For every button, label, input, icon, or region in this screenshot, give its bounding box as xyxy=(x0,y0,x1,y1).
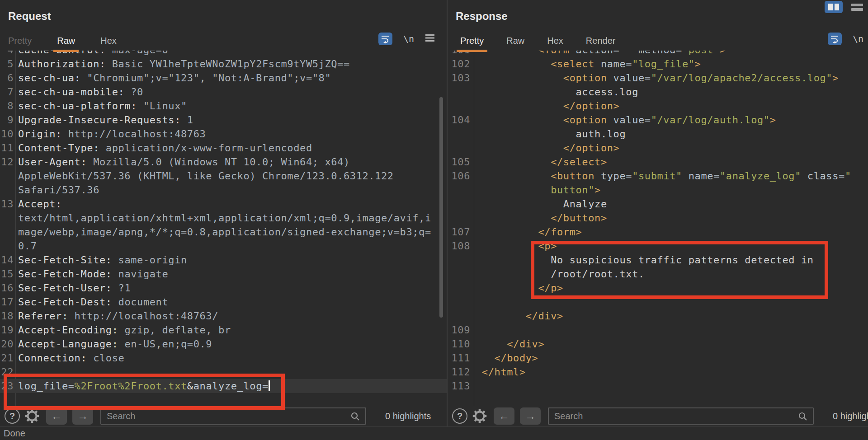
code-row[interactable]: button"> xyxy=(448,183,868,197)
code-row[interactable]: </option> xyxy=(448,141,868,155)
response-editor-icons: \n xyxy=(828,33,863,45)
code-row[interactable]: 10Origin: http://localhost:48763 xyxy=(0,127,447,141)
line-number: 12 xyxy=(0,155,14,169)
line-number: 106 xyxy=(448,169,470,183)
tab-pretty[interactable]: Pretty xyxy=(8,36,32,46)
highlights-count: 0 highlights xyxy=(385,411,431,421)
code-row[interactable]: mage/webp,image/apng,*/*;q=0.8,applicati… xyxy=(0,225,447,239)
code-row[interactable]: 12User-Agent: Mozilla/5.0 (Windows NT 10… xyxy=(0,155,447,169)
code-row[interactable]: 15Sec-Fetch-Mode: navigate xyxy=(0,267,447,281)
newline-icon[interactable]: \n xyxy=(853,33,863,44)
code-row[interactable]: 0.7 xyxy=(0,239,447,253)
code-row[interactable]: 16Sec-Fetch-User: ?1 xyxy=(0,281,447,295)
line-number xyxy=(448,99,470,113)
magnifier-icon xyxy=(350,411,361,424)
layout-toggles xyxy=(825,1,865,13)
search-field-wrap xyxy=(100,407,366,425)
line-number: 110 xyxy=(448,337,470,351)
gear-icon[interactable] xyxy=(24,407,41,425)
newline-icon[interactable]: \n xyxy=(403,33,414,44)
line-number xyxy=(448,281,470,295)
gear-icon[interactable] xyxy=(471,407,488,425)
tab-render[interactable]: Render xyxy=(586,36,616,46)
code-row[interactable]: 101 <form action="" method="post"> xyxy=(448,51,868,57)
code-row[interactable]: 20Accept-Language: en-US,en;q=0.9 xyxy=(0,337,447,351)
line-number: 112 xyxy=(448,365,470,379)
code-row[interactable] xyxy=(448,295,868,309)
search-next-button[interactable]: → xyxy=(520,407,541,425)
menu-icon[interactable] xyxy=(425,34,435,44)
code-row[interactable]: text/html,application/xhtml+xml,applicat… xyxy=(0,211,447,225)
code-row[interactable]: 22 xyxy=(0,365,447,379)
line-number: 14 xyxy=(0,253,14,267)
word-wrap-icon[interactable] xyxy=(828,33,842,45)
code-row[interactable]: 103 <option value="/var/log/apache2/acce… xyxy=(448,71,868,85)
code-row[interactable]: AppleWebKit/537.36 (KHTML, like Gecko) C… xyxy=(0,169,447,183)
text-cursor xyxy=(269,380,270,391)
code-row[interactable]: 104 <option value="/var/log/auth.log"> xyxy=(448,113,868,127)
code-row[interactable]: 105 </select> xyxy=(448,155,868,169)
request-scrollbar[interactable] xyxy=(439,97,443,318)
code-row[interactable]: </option> xyxy=(448,99,868,113)
request-editor[interactable]: 4Cache-Control: max-age=05Authorization:… xyxy=(0,51,447,406)
code-row[interactable]: /root/root.txt. xyxy=(448,267,868,281)
code-row[interactable]: No suspicious traffic patterns detected … xyxy=(448,253,868,267)
line-number: 113 xyxy=(448,379,470,393)
response-editor[interactable]: 101 <form action="" method="post">102 <s… xyxy=(448,51,868,406)
code-row[interactable]: access.log xyxy=(448,85,868,99)
help-icon[interactable]: ? xyxy=(5,408,20,424)
code-row[interactable]: 112 </html> xyxy=(448,365,868,379)
line-number: 10 xyxy=(0,127,14,141)
word-wrap-icon[interactable] xyxy=(378,33,392,45)
search-next-button[interactable]: → xyxy=(72,407,93,425)
code-row[interactable]: 110 </div> xyxy=(448,337,868,351)
search-input[interactable] xyxy=(100,407,366,425)
code-row[interactable]: 11Content-Type: application/x-www-form-u… xyxy=(0,141,447,155)
line-number: 5 xyxy=(0,57,14,71)
tab-raw[interactable]: Raw xyxy=(57,36,75,46)
line-number xyxy=(448,183,470,197)
code-row[interactable]: 108 <p> xyxy=(448,239,868,253)
tab-pretty[interactable]: Pretty xyxy=(460,36,484,46)
code-row[interactable]: 14Sec-Fetch-Site: same-origin xyxy=(0,253,447,267)
search-input[interactable] xyxy=(548,407,814,425)
code-row[interactable]: 113 xyxy=(448,379,868,393)
search-previous-button[interactable]: ← xyxy=(46,407,67,425)
highlights-count: 0 highlights xyxy=(833,411,868,421)
search-previous-button[interactable]: ← xyxy=(494,407,514,425)
help-icon[interactable]: ? xyxy=(452,408,467,424)
code-row[interactable]: Analyze xyxy=(448,197,868,211)
code-row[interactable]: 9Upgrade-Insecure-Requests: 1 xyxy=(0,113,447,127)
code-row[interactable]: </div> xyxy=(448,309,868,323)
line-number xyxy=(0,225,14,239)
code-row[interactable]: 111 </body> xyxy=(448,351,868,365)
code-row[interactable]: 109 xyxy=(448,323,868,337)
code-row[interactable]: 102 <select name="log_file"> xyxy=(448,57,868,71)
line-number: 18 xyxy=(0,309,14,323)
code-row[interactable]: 8sec-ch-ua-platform: "Linux" xyxy=(0,99,447,113)
code-row[interactable]: 13Accept: xyxy=(0,197,447,211)
columns-layout-icon[interactable] xyxy=(825,1,843,13)
code-row[interactable]: 106 <button type="submit" name="analyze_… xyxy=(448,169,868,183)
code-row[interactable]: 17Sec-Fetch-Dest: document xyxy=(0,295,447,309)
tab-hex[interactable]: Hex xyxy=(547,36,563,46)
code-row[interactable]: auth.log xyxy=(448,127,868,141)
code-row[interactable]: 18Referer: http://localhost:48763/ xyxy=(0,309,447,323)
code-row[interactable]: 21Connection: close xyxy=(0,351,447,365)
code-row[interactable]: 19Accept-Encoding: gzip, deflate, br xyxy=(0,323,447,337)
code-row[interactable]: 107 </form> xyxy=(448,225,868,239)
rows-layout-icon[interactable] xyxy=(849,1,865,13)
code-row[interactable]: Safari/537.36 xyxy=(0,183,447,197)
line-number: 108 xyxy=(448,239,470,253)
line-number: 19 xyxy=(0,323,14,337)
code-row[interactable]: 23log_file=%2Froot%2Froot.txt&analyze_lo… xyxy=(0,379,447,393)
line-number: 15 xyxy=(0,267,14,281)
code-row[interactable]: 6sec-ch-ua: "Chromium";v="123", "Not:A-B… xyxy=(0,71,447,85)
code-row[interactable]: </button> xyxy=(448,211,868,225)
tab-raw[interactable]: Raw xyxy=(506,36,524,46)
code-row[interactable]: </p> xyxy=(448,281,868,295)
tab-hex[interactable]: Hex xyxy=(100,36,117,46)
code-row[interactable]: 5Authorization: Basic YW1heTpteWNoZW1pY2… xyxy=(0,57,447,71)
code-row[interactable]: 7sec-ch-ua-mobile: ?0 xyxy=(0,85,447,99)
line-number: 103 xyxy=(448,71,470,85)
